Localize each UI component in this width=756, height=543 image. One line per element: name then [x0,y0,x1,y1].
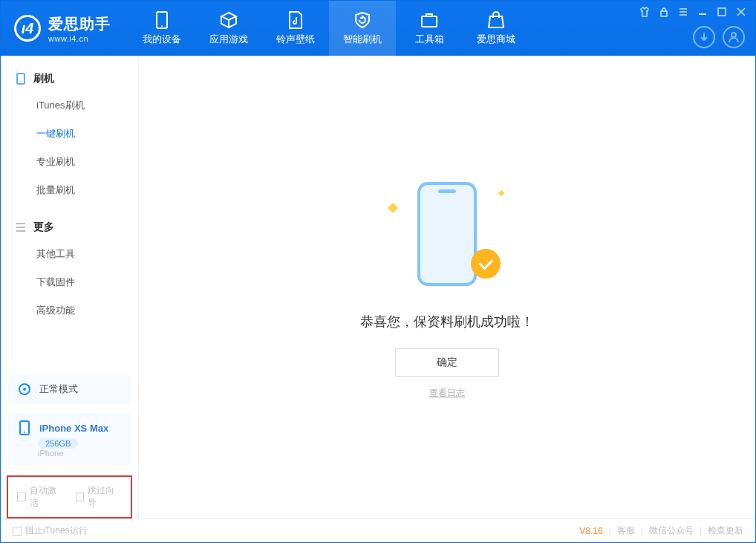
mode-label: 正常模式 [39,383,78,396]
briefcase-icon [420,10,439,30]
lock-icon[interactable] [657,5,671,19]
maximize-button[interactable] [715,5,729,19]
mode-card[interactable]: 正常模式 [8,374,131,404]
device-phone-icon [17,420,32,435]
phone-icon [152,10,172,30]
view-log-link[interactable]: 查看日志 [429,387,465,400]
ok-button[interactable]: 确定 [395,348,499,377]
svg-point-8 [23,388,26,391]
sidebar-item-download-firmware[interactable]: 下载固件 [1,268,138,296]
tab-store[interactable]: 爱思商城 [463,1,529,56]
svg-rect-2 [422,16,437,27]
sidebar-item-itunes-flash[interactable]: iTunes刷机 [1,91,138,120]
sidebar-item-other-tools[interactable]: 其他工具 [1,240,138,268]
check-icon [471,249,501,279]
app-window: ı4 爱思助手 www.i4.cn 我的设备 应用游戏 铃声壁纸 智能刷机 工具 [0,0,756,543]
version-label: V8.16 [579,526,602,536]
device-icon [16,74,26,84]
svg-point-5 [731,33,736,37]
tab-my-device[interactable]: 我的设备 [128,1,195,56]
support-link[interactable]: 客服 [617,524,635,537]
tab-apps[interactable]: 应用游戏 [195,1,262,56]
svg-point-10 [24,432,25,433]
success-illustration [388,175,506,293]
prevent-itunes-checkbox[interactable]: 阻止iTunes运行 [13,524,88,537]
sidebar-item-batch-flash[interactable]: 批量刷机 [1,176,138,204]
auto-activate-checkbox[interactable]: 自动激活 [17,484,64,510]
minimize-button[interactable] [696,5,709,19]
menu-icon[interactable] [677,5,690,19]
svg-rect-6 [17,74,25,84]
device-type: iPhone [38,449,63,458]
tab-flash[interactable]: 智能刷机 [329,1,396,56]
titlebar: ı4 爱思助手 www.i4.cn 我的设备 应用游戏 铃声壁纸 智能刷机 工具 [1,1,755,56]
tab-toolbox[interactable]: 工具箱 [396,1,463,56]
device-card[interactable]: iPhone XS Max 256GB iPhone [8,413,131,465]
shirt-icon[interactable] [638,5,651,19]
music-file-icon [286,10,305,30]
sidebar-item-pro-flash[interactable]: 专业刷机 [1,148,138,176]
user-button[interactable] [723,26,745,48]
success-message: 恭喜您，保资料刷机成功啦！ [360,313,534,331]
device-name: iPhone XS Max [39,423,108,434]
wechat-link[interactable]: 微信公众号 [649,524,694,537]
list-icon [16,222,26,233]
svg-rect-4 [718,8,726,16]
main-content: 恭喜您，保资料刷机成功啦！ 确定 查看日志 [139,56,755,518]
app-url: www.i4.cn [48,34,111,43]
bag-icon [486,10,506,30]
nav-tabs: 我的设备 应用游戏 铃声壁纸 智能刷机 工具箱 爱思商城 [128,1,529,56]
app-name: 爱思助手 [48,14,111,34]
statusbar: 阻止iTunes运行 V8.16 | 客服 | 微信公众号 | 检查更新 [1,518,755,542]
close-button[interactable] [734,5,748,19]
sidebar: 刷机 iTunes刷机 一键刷机 专业刷机 批量刷机 更多 其他工具 下载固件 … [1,56,139,518]
download-button[interactable] [693,26,715,48]
group-more-header: 更多 [1,215,138,240]
check-update-link[interactable]: 检查更新 [708,524,743,537]
group-flash-header: 刷机 [1,66,138,91]
skip-guide-checkbox[interactable]: 跳过向导 [76,484,123,510]
cube-icon [219,10,238,30]
flash-options-box: 自动激活 跳过向导 [7,475,132,518]
svg-point-1 [161,25,163,27]
sidebar-item-advanced[interactable]: 高级功能 [1,296,138,325]
logo-icon: ı4 [14,15,41,42]
storage-badge: 256GB [38,438,78,449]
window-controls [638,5,748,19]
mode-icon [17,382,32,397]
svg-rect-3 [661,11,667,16]
refresh-shield-icon [353,10,372,30]
logo: ı4 爱思助手 www.i4.cn [14,14,111,43]
tab-ringtones[interactable]: 铃声壁纸 [262,1,329,56]
sidebar-item-oneclick-flash[interactable]: 一键刷机 [1,120,138,148]
